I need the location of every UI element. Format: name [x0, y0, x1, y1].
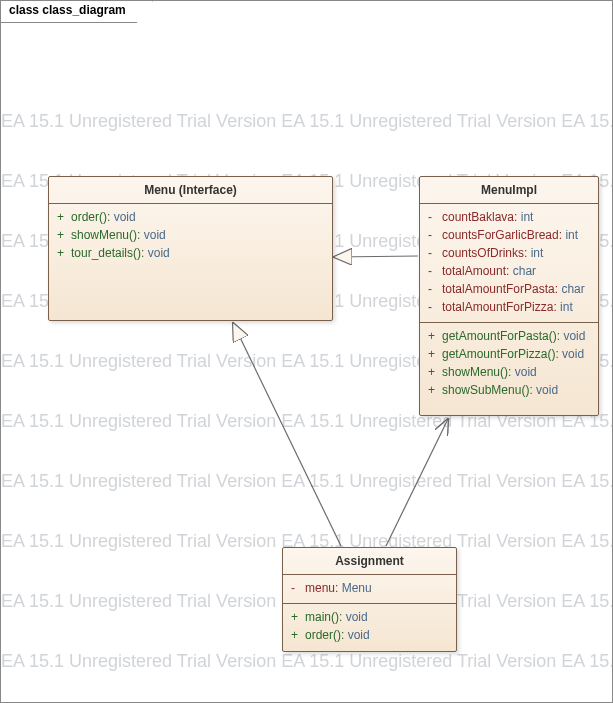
attr-row: -totalAmount: char: [428, 262, 590, 280]
method-row: +showMenu(): void: [428, 363, 590, 381]
methods-section: + order(): void + showMenu(): void + tou…: [49, 204, 332, 314]
class-title: Assignment: [283, 548, 456, 575]
method-row: + showMenu(): void: [57, 226, 324, 244]
attr-row: -menu: Menu: [291, 579, 448, 597]
method-row: +getAmountForPasta(): void: [428, 327, 590, 345]
method-row: +main(): void: [291, 608, 448, 626]
watermark: EA 15.1 Unregistered Trial Version EA 15…: [1, 471, 612, 492]
connector-realization: [334, 256, 418, 257]
attr-row: -countBaklava: int: [428, 208, 590, 226]
class-title: Menu (Interface): [49, 177, 332, 204]
diagram-canvas: class class_diagram EA 15.1 Unregistered…: [0, 0, 613, 703]
class-assignment[interactable]: Assignment -menu: Menu +main(): void +or…: [282, 547, 457, 652]
method-row: +order(): void: [291, 626, 448, 644]
class-menu[interactable]: Menu (Interface) + order(): void + showM…: [48, 176, 333, 321]
methods-section: +getAmountForPasta(): void +getAmountFor…: [420, 323, 598, 405]
methods-section: +main(): void +order(): void: [283, 604, 456, 650]
method-row: + order(): void: [57, 208, 324, 226]
diagram-tab: class class_diagram: [1, 1, 153, 23]
watermark: EA 15.1 Unregistered Trial Version EA 15…: [1, 651, 612, 672]
attr-row: -countsForGarlicBread: int: [428, 226, 590, 244]
attr-row: -totalAmountForPasta: char: [428, 280, 590, 298]
attrs-section: -countBaklava: int -countsForGarlicBread…: [420, 204, 598, 323]
class-title: MenuImpl: [420, 177, 598, 204]
attrs-section: -menu: Menu: [283, 575, 456, 604]
method-row: +getAmountForPizza(): void: [428, 345, 590, 363]
attr-row: -countsOfDrinks: int: [428, 244, 590, 262]
attr-row: -totalAmountForPizza: int: [428, 298, 590, 316]
connector-dependency-menuimpl: [386, 419, 448, 546]
class-menuimpl[interactable]: MenuImpl -countBaklava: int -countsForGa…: [419, 176, 599, 416]
method-row: + tour_details(): void: [57, 244, 324, 262]
method-row: +showSubMenu(): void: [428, 381, 590, 399]
connector-dependency-menu: [233, 323, 341, 546]
watermark: EA 15.1 Unregistered Trial Version EA 15…: [1, 111, 612, 132]
